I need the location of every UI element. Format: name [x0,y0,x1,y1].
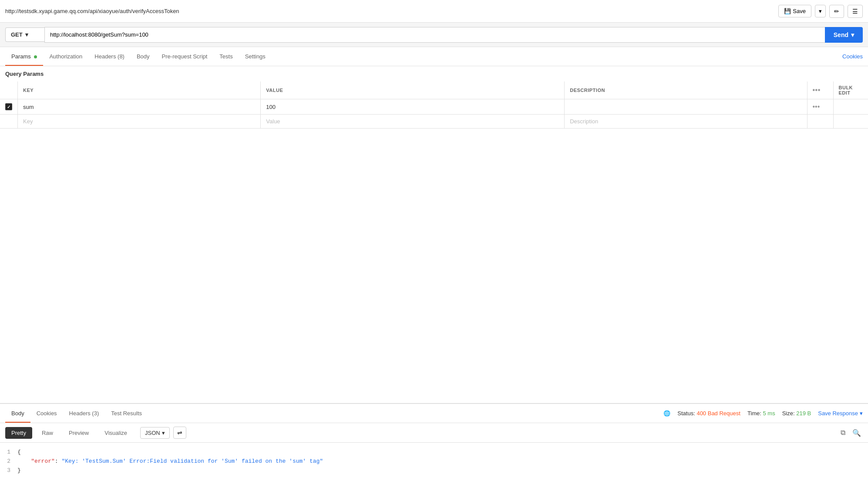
wrap-button[interactable]: ⇌ [173,427,186,439]
request-tabs: Params Authorization Headers (8) Body Pr… [0,47,868,66]
format-chevron-icon: ▾ [162,430,165,436]
response-meta: 🌐 Status: 400 Bad Request Time: 5 ms Siz… [663,410,863,417]
empty-actions-cell [807,115,833,129]
request-url-display: http://testsdk.xyapi.game.qq.com/api/xia… [5,8,179,14]
col-header-bulk-edit[interactable]: Bulk Edit [833,81,868,99]
format-tab-preview[interactable]: Preview [63,427,95,439]
format-tab-raw[interactable]: Raw [36,427,59,439]
tab-settings[interactable]: Settings [239,48,272,66]
json-line-3: 3 } [0,466,868,475]
params-table: KEY VALUE DESCRIPTION ••• Bulk Edit [0,81,868,129]
status-value: 400 Bad Request [696,410,740,417]
wrap-icon: ⇌ [177,429,182,436]
copy-icon: ⧉ [841,429,845,436]
response-tab-cookies[interactable]: Cookies [30,405,63,423]
top-bar-actions: 💾 Save ▾ ✏ ☰ [778,5,863,18]
tab-headers[interactable]: Headers (8) [88,48,131,66]
tab-cookies[interactable]: Cookies [842,53,863,60]
row-value-cell[interactable]: 100 [261,99,565,115]
json-line-1: 1 { [0,448,868,457]
row-checkbox-cell[interactable] [0,99,18,115]
row-description-cell[interactable] [565,99,807,115]
request-body-area: Query Params KEY VALUE DESCRIPTION ••• B… [0,66,868,403]
col-header-value: VALUE [261,81,565,99]
col-header-checkbox [0,81,18,99]
table-row-empty: Key Value Description [0,115,868,129]
time-value: 5 ms [763,410,775,417]
search-button[interactable]: 🔍 [851,427,863,439]
time-label: Time: 5 ms [747,410,775,417]
response-tab-test-results[interactable]: Test Results [105,405,148,423]
globe-icon: 🌐 [663,410,670,417]
save-response-chevron-icon: ▾ [860,410,863,417]
send-dropdown-icon: ▾ [851,31,854,38]
size-value: 219 B [796,410,811,417]
url-input[interactable] [44,27,825,43]
format-select[interactable]: JSON ▾ [140,427,170,439]
empty-bulk-cell [833,115,868,129]
row-more-icon[interactable]: ••• [813,103,820,110]
empty-checkbox-cell [0,115,18,129]
edit-icon-button[interactable]: ✏ [829,5,844,18]
format-actions: ⧉ 🔍 [839,427,863,439]
tab-body[interactable]: Body [131,48,156,66]
method-value: GET [11,31,23,38]
method-select[interactable]: GET ▾ [5,27,44,42]
method-chevron-icon: ▾ [25,31,28,38]
row-bulk-cell [833,99,868,115]
col-header-description: DESCRIPTION [565,81,807,99]
json-line-2: 2 "error": "Key: 'TestSum.Sum' Error:Fie… [0,457,868,466]
row-checked-checkbox[interactable] [5,103,12,110]
query-params-title: Query Params [0,66,868,81]
app-layout: http://testsdk.xyapi.game.qq.com/api/xia… [0,0,868,495]
send-button[interactable]: Send ▾ [825,27,863,43]
url-bar: GET ▾ Send ▾ [0,23,868,47]
floppy-icon: 💾 [784,8,791,14]
save-dropdown-button[interactable]: ▾ [815,5,826,17]
value-placeholder: Value [266,118,280,125]
top-bar: http://testsdk.xyapi.game.qq.com/api/xia… [0,0,868,23]
size-label: Size: 219 B [782,410,811,417]
comment-icon-button[interactable]: ☰ [848,5,863,18]
response-body: 1 { 2 "error": "Key: 'TestSum.Sum' Error… [0,443,868,495]
tab-tests[interactable]: Tests [213,48,239,66]
empty-value-cell[interactable]: Value [261,115,565,129]
row-key-cell[interactable]: sum [18,99,261,115]
empty-description-cell[interactable]: Description [565,115,807,129]
key-placeholder: Key [23,118,33,125]
table-row: sum 100 ••• [0,99,868,115]
response-tab-headers[interactable]: Headers (3) [63,405,105,423]
row-actions-cell[interactable]: ••• [807,99,833,115]
pencil-icon: ✏ [834,8,839,15]
description-placeholder: Description [570,118,598,125]
format-tab-visualize[interactable]: Visualize [98,427,133,439]
tab-params[interactable]: Params [5,48,43,66]
tab-prerequest[interactable]: Pre-request Script [156,48,214,66]
tab-authorization[interactable]: Authorization [43,48,88,66]
copy-button[interactable]: ⧉ [839,427,847,439]
format-bar: Pretty Raw Preview Visualize JSON ▾ ⇌ ⧉ … [0,423,868,443]
params-dot [34,55,37,58]
response-section: Body Cookies Headers (3) Test Results 🌐 … [0,403,868,495]
save-response-button[interactable]: Save Response ▾ [818,410,863,417]
empty-key-cell[interactable]: Key [18,115,261,129]
comment-icon: ☰ [852,8,858,15]
col-header-key: KEY [18,81,261,99]
save-button[interactable]: 💾 Save [778,5,811,17]
col-header-actions: ••• [807,81,833,99]
format-tab-pretty[interactable]: Pretty [5,427,32,439]
search-icon: 🔍 [852,429,861,437]
status-label: Status: 400 Bad Request [677,410,740,417]
column-more-icon[interactable]: ••• [813,86,821,94]
response-tabs: Body Cookies Headers (3) Test Results 🌐 … [0,404,868,423]
response-tab-body[interactable]: Body [5,405,30,423]
